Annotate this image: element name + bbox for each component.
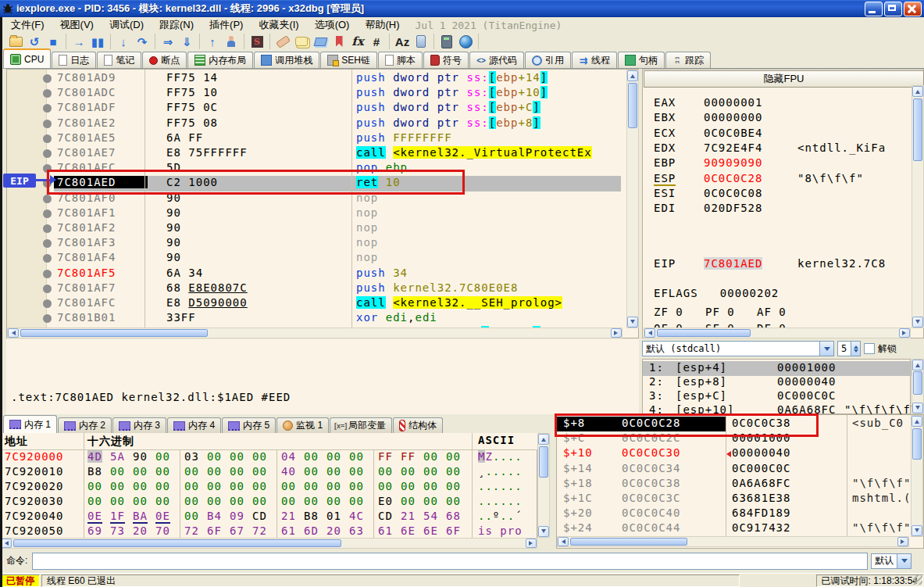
breakpoint-dot-icon[interactable]: [43, 270, 52, 278]
command-mode-dropdown[interactable]: 默认: [871, 553, 912, 569]
breakpoint-dot-icon[interactable]: [43, 285, 52, 293]
chevron-down-icon[interactable]: [819, 342, 833, 356]
close-button[interactable]: [904, 2, 922, 16]
execute-till-return-icon[interactable]: ⇒: [159, 34, 177, 49]
open-file-icon[interactable]: [6, 34, 25, 49]
disasm-row[interactable]: 7C801AEC5Dpop ebp: [7, 161, 621, 176]
scroll-up-icon[interactable]: [912, 416, 922, 427]
tab-memmap[interactable]: 内存布局: [187, 52, 253, 68]
disasm-row[interactable]: 7C801AEDC2 1000ret 10: [7, 176, 621, 191]
breakpoint-dot-icon[interactable]: [43, 74, 52, 83]
dump-tab-struct[interactable]: 结构体: [393, 417, 443, 433]
maximize-button[interactable]: [884, 2, 902, 16]
stack-row[interactable]: $+240C0C0C440C917432"\f\f\f": [557, 521, 909, 536]
scroll-thumb[interactable]: [657, 329, 751, 337]
dump-tab-locals[interactable]: [x=]局部变量: [330, 417, 392, 433]
breakpoint-dot-icon[interactable]: [43, 134, 52, 143]
bookmarks-icon[interactable]: [330, 34, 348, 49]
disasm-vscrollbar[interactable]: [626, 70, 639, 328]
scroll-up-icon[interactable]: [538, 434, 549, 445]
scroll-down-icon[interactable]: [912, 317, 923, 328]
disasm-hscrollbar[interactable]: [7, 328, 623, 338]
register-row[interactable]: EDX7C92E4F4<ntdll._KiFa: [643, 141, 912, 156]
tab-source[interactable]: <>源代码: [469, 52, 524, 68]
register-row[interactable]: EIP7C801AEDkernel32.7C8: [643, 257, 912, 272]
register-row[interactable]: EBX00000000: [643, 111, 912, 126]
menu-item-1[interactable]: 视图(V): [52, 16, 102, 34]
unlock-checkbox[interactable]: [864, 343, 875, 354]
tab-symbol[interactable]: 符号: [423, 52, 469, 68]
disasm-row[interactable]: 7C801AF290nop: [7, 221, 621, 236]
breakpoint-dot-icon[interactable]: [43, 209, 52, 218]
register-row[interactable]: ESI0C0C0C08: [643, 187, 912, 202]
disasm-row[interactable]: 7C801AE2FF75 08push dword ptr ss:[ebp+8]: [7, 116, 621, 131]
dump-row[interactable]: 7C920030000000000000000000000000E0000000…: [0, 495, 537, 510]
argument-row[interactable]: 3:[esp+C]0C000C0C: [643, 389, 912, 404]
registers-vscrollbar[interactable]: [912, 85, 924, 328]
comments-icon[interactable]: [292, 34, 311, 49]
disasm-row[interactable]: 7C801ADFFF75 0Cpush dword ptr ss:[ebp+C]: [7, 101, 621, 116]
patches-icon[interactable]: [273, 34, 292, 49]
menu-item-2[interactable]: 调试(D): [102, 16, 152, 34]
breakpoint-dot-icon[interactable]: [43, 104, 52, 113]
scroll-thumb[interactable]: [913, 371, 922, 395]
dump-tab-ram[interactable]: 内存 4: [167, 417, 221, 433]
argument-row[interactable]: 2:[esp+8]00000040: [643, 375, 912, 390]
stack-row[interactable]: $+1C0C0C0C3C63681E38mshtml.(: [557, 492, 909, 506]
disasm-row[interactable]: 7C801AE7E8 75FFFFFFcall <kernel32._Virtu…: [7, 146, 621, 161]
stack-hscrollbar[interactable]: [557, 536, 909, 547]
scroll-up-icon[interactable]: [912, 86, 923, 97]
menu-item-0[interactable]: 文件(F): [3, 16, 52, 34]
functions-icon[interactable]: fx: [348, 34, 367, 49]
scroll-thumb[interactable]: [913, 98, 922, 161]
breakpoint-dot-icon[interactable]: [43, 239, 52, 248]
scroll-down-icon[interactable]: [627, 317, 638, 328]
calculator-icon[interactable]: [437, 34, 456, 49]
menu-item-6[interactable]: 选项(O): [307, 16, 358, 34]
restart-icon[interactable]: ↺: [25, 34, 44, 49]
stack-pane[interactable]: $+80C0C0C280C0C0C38<sub_C0$+C0C0C0C2C000…: [556, 414, 924, 549]
dump-row[interactable]: 7C92002000000000000000000000000000000000…: [0, 480, 537, 495]
scroll-right-icon[interactable]: [897, 537, 908, 546]
attach-user-icon[interactable]: [222, 34, 241, 49]
dump-tab-watch[interactable]: 监视 1: [276, 417, 329, 433]
breakpoint-dot-icon[interactable]: [43, 120, 52, 128]
scroll-thumb[interactable]: [570, 538, 687, 546]
run-to-user-code-icon[interactable]: ⇓: [177, 34, 196, 49]
dump-row[interactable]: 7C9200400E1FBA0E00B409CD21B8014CCD215468…: [0, 510, 537, 524]
disasm-row[interactable]: 7C801AF768 E8E0807Cpush kernel32.7C80E0E…: [7, 281, 621, 296]
scroll-thumb[interactable]: [20, 329, 208, 337]
strings-icon[interactable]: Az: [393, 34, 412, 49]
stack-row[interactable]: $+C0C0C0C2C00001000: [557, 431, 909, 446]
dump-row[interactable]: 7C9200004D5A90000300000004000000FFFF0000…: [0, 450, 537, 465]
stack-vscrollbar[interactable]: [911, 415, 923, 537]
registers-hscrollbar[interactable]: [644, 328, 911, 338]
stack-row[interactable]: $+200C0C0C40684FD189: [557, 506, 909, 521]
scroll-thumb[interactable]: [912, 428, 922, 460]
run-icon[interactable]: →: [70, 34, 88, 49]
breakpoint-dot-icon[interactable]: [43, 195, 52, 203]
disasm-row[interactable]: 7C801AD9FF75 14push dword ptr ss:[ebp+14…: [7, 71, 621, 86]
tab-bp[interactable]: 断点: [142, 52, 187, 68]
breakpoint-dot-icon[interactable]: [43, 254, 52, 263]
breakpoint-dot-icon[interactable]: [43, 89, 52, 98]
labels-icon[interactable]: [311, 34, 330, 49]
disasm-row[interactable]: 7C801ADCFF75 10push dword ptr ss:[ebp+10…: [7, 86, 621, 101]
scroll-down-icon[interactable]: [538, 526, 549, 537]
scroll-thumb[interactable]: [539, 446, 548, 478]
resize-grip[interactable]: [913, 575, 922, 585]
scroll-left-icon[interactable]: [8, 328, 19, 338]
chevron-down-icon[interactable]: [897, 554, 911, 568]
minimize-button[interactable]: [865, 2, 883, 16]
disasm-row[interactable]: 7C801AF090nop: [7, 191, 621, 206]
dump-hscrollbar[interactable]: [0, 538, 537, 549]
dump-row[interactable]: 7C92005069732070726F6772616D2063616E6E6F…: [0, 524, 537, 538]
scroll-thumb[interactable]: [13, 539, 341, 547]
step-out-icon[interactable]: ↑: [203, 34, 222, 49]
register-row[interactable]: EFLAGS 00000202: [643, 287, 912, 302]
register-row[interactable]: EBP90909090: [643, 156, 912, 171]
scroll-left-icon[interactable]: [1, 539, 12, 548]
scroll-up-icon[interactable]: [627, 70, 638, 81]
stack-row[interactable]: $+140C0C0C340C000C0C: [557, 462, 909, 477]
title-bar[interactable]: iexplore.exe - PID: 3456 - 模块: kernel32.…: [0, 0, 924, 17]
